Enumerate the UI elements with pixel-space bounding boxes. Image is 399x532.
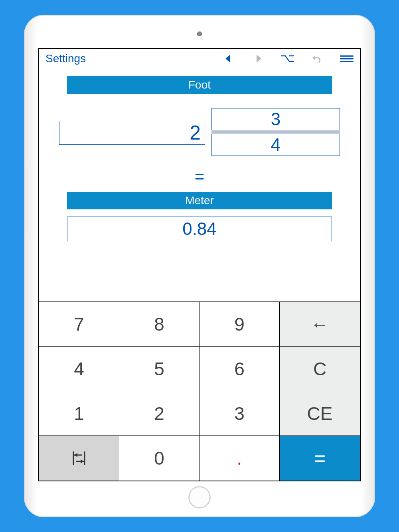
prev-icon[interactable] [214, 55, 243, 63]
key-1[interactable]: 1 [39, 391, 119, 436]
key-8[interactable]: 8 [119, 302, 200, 347]
undo-icon[interactable] [302, 54, 332, 63]
equals-label: = [59, 167, 340, 186]
key-4[interactable]: 4 [39, 347, 119, 391]
key-backspace[interactable]: ← [280, 302, 360, 347]
numerator-input[interactable]: 3 [211, 108, 340, 130]
next-icon[interactable] [243, 55, 273, 63]
app-screen: Settings [38, 48, 361, 481]
settings-button[interactable]: Settings [45, 52, 86, 65]
key-3[interactable]: 3 [200, 391, 280, 436]
input-row: 2 3 4 [59, 108, 340, 156]
to-unit-bar[interactable]: Meter [67, 192, 332, 209]
whole-number-input[interactable]: 2 [59, 121, 205, 145]
key-decimal[interactable]: . [200, 436, 280, 481]
svg-marker-0 [225, 55, 230, 63]
fraction-bar [211, 132, 340, 132]
from-unit-bar[interactable]: Foot [67, 76, 332, 94]
menu-icon[interactable] [340, 55, 354, 62]
key-0[interactable]: 0 [119, 436, 200, 481]
key-2[interactable]: 2 [119, 391, 200, 436]
swap-icon [71, 451, 87, 466]
home-button[interactable] [188, 486, 211, 508]
denominator-input[interactable]: 4 [211, 134, 340, 156]
key-equals[interactable]: = [280, 436, 360, 481]
key-7[interactable]: 7 [39, 302, 119, 347]
svg-marker-5 [74, 453, 77, 457]
key-swap[interactable] [39, 436, 119, 481]
svg-marker-7 [81, 459, 84, 463]
tablet-frame: Settings [24, 15, 375, 517]
key-9[interactable]: 9 [200, 302, 280, 347]
header-bar: Settings [39, 49, 360, 71]
key-6[interactable]: 6 [200, 347, 280, 391]
key-clear[interactable]: C [280, 347, 360, 391]
camera-dot [197, 32, 202, 36]
key-5[interactable]: 5 [119, 347, 200, 391]
option-key-icon[interactable] [273, 55, 302, 63]
svg-marker-1 [257, 55, 261, 63]
conversion-panel: Foot 2 3 4 = Meter 0.84 [39, 71, 360, 249]
key-clear-entry[interactable]: CE [280, 391, 360, 436]
keypad: 7 8 9 ← 4 5 6 C 1 2 3 CE [39, 301, 360, 481]
result-output: 0.84 [67, 217, 332, 241]
fraction-group: 3 4 [211, 108, 340, 156]
